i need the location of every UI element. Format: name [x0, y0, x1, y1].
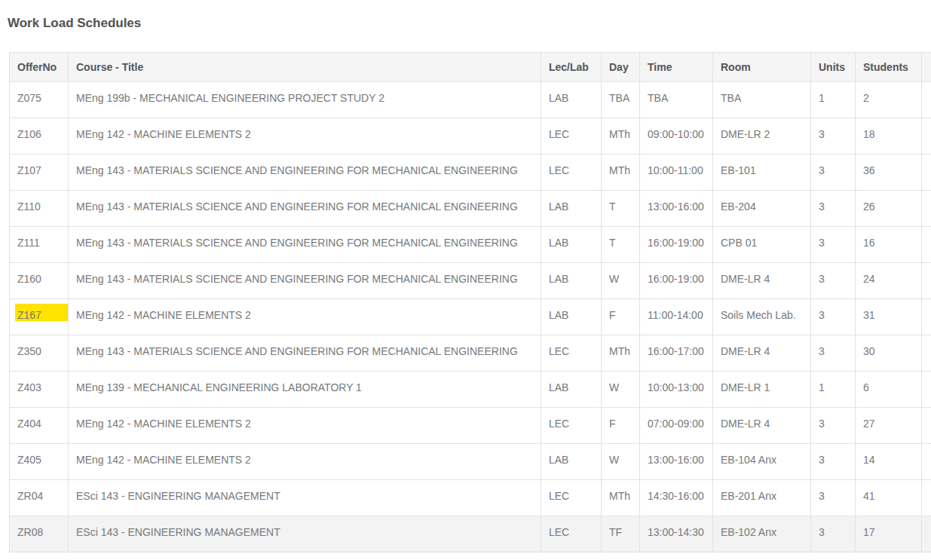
column-header-students: Students [856, 53, 922, 82]
cell-room: DME-LR 1 [713, 372, 811, 408]
cell-offerno: Z167 [10, 299, 69, 335]
cell-students: 17 [856, 516, 922, 552]
offerno-value: Z106 [17, 128, 41, 140]
cell-offerno: Z107 [10, 155, 69, 191]
table-header: OfferNo Course - Title Lec/Lab Day Time … [10, 53, 931, 82]
cell-room: DME-LR 4 [713, 408, 811, 444]
cell-leclab: LAB [541, 227, 602, 263]
cell-time: TBA [640, 82, 713, 118]
leclab-value: LAB [549, 381, 568, 393]
students-value: 41 [863, 490, 875, 502]
offerno-value: Z107 [17, 164, 41, 176]
time-value: 16:00-19:00 [648, 273, 704, 285]
cell-room: EB-201 Anx [713, 480, 811, 516]
cell-leclab: LAB [541, 372, 602, 408]
cell-leclab: LEC [541, 480, 602, 516]
cell-room: DME-LR 4 [713, 335, 811, 372]
table-row[interactable]: Z403 MEng 139 - MECHANICAL ENGINEERING L… [10, 372, 931, 408]
time-value: 13:00-16:00 [648, 454, 704, 466]
offerno-value: ZR04 [17, 490, 43, 502]
column-header-offerno: OfferNo [10, 53, 69, 82]
cell-units: 3 [811, 263, 856, 299]
cell-time: 13:00-16:00 [640, 444, 713, 480]
time-value: 13:00-14:30 [648, 526, 704, 538]
room-value: DME-LR 4 [721, 273, 770, 285]
table-row[interactable]: Z405 MEng 142 - MACHINE ELEMENTS 2 LAB W… [10, 444, 931, 480]
table-row[interactable]: Z160 MEng 143 - MATERIALS SCIENCE AND EN… [10, 263, 931, 299]
cell-offerno: Z405 [10, 444, 69, 480]
cell-units: 3 [811, 299, 856, 335]
students-value: 6 [863, 381, 869, 393]
room-value: DME-LR 1 [721, 381, 770, 393]
cell-truncated [922, 227, 931, 263]
leclab-value: LAB [549, 273, 568, 285]
cell-students: 26 [856, 191, 922, 227]
day-value: F [609, 418, 616, 430]
room-value: Soils Mech Lab. [721, 309, 796, 321]
course-title-value: MEng 143 - MATERIALS SCIENCE AND ENGINEE… [76, 200, 518, 213]
units-value: 3 [819, 164, 825, 176]
cell-day: W [602, 444, 640, 480]
cell-offerno: Z075 [10, 82, 69, 118]
cell-offerno: Z111 [10, 227, 69, 263]
table-row[interactable]: Z111 MEng 143 - MATERIALS SCIENCE AND EN… [10, 227, 931, 263]
cell-truncated [922, 516, 931, 552]
cell-time: 13:00-16:00 [640, 191, 713, 227]
table-row[interactable]: ZR08 ESci 143 - ENGINEERING MANAGEMENT L… [10, 516, 931, 552]
cell-truncated [922, 444, 931, 480]
room-value: EB-101 [721, 164, 756, 176]
time-value: 10:00-11:00 [648, 164, 703, 176]
table-row[interactable]: Z167 MEng 142 - MACHINE ELEMENTS 2 LAB F… [10, 299, 931, 335]
leclab-value: LAB [549, 92, 568, 104]
cell-units: 3 [811, 408, 856, 444]
table-row[interactable]: ZR04 ESci 143 - ENGINEERING MANAGEMENT L… [10, 480, 931, 516]
leclab-value: LEC [549, 418, 569, 430]
time-value: 09:00-10:00 [648, 128, 704, 140]
cell-offerno: Z403 [10, 372, 69, 408]
leclab-value: LEC [549, 164, 569, 176]
students-value: 31 [863, 309, 875, 321]
units-value: 3 [819, 526, 825, 538]
students-value: 27 [863, 418, 875, 430]
column-header-units: Units [811, 53, 856, 82]
cell-units: 3 [811, 191, 856, 227]
cell-leclab: LAB [541, 444, 602, 480]
cell-offerno: Z106 [10, 118, 69, 155]
cell-time: 16:00-19:00 [640, 263, 713, 299]
course-title-value: MEng 142 - MACHINE ELEMENTS 2 [76, 418, 251, 430]
students-value: 30 [863, 345, 875, 357]
cell-course-title: MEng 142 - MACHINE ELEMENTS 2 [69, 299, 541, 335]
room-value: TBA [721, 92, 741, 104]
cell-truncated [922, 82, 931, 118]
table-row[interactable]: Z107 MEng 143 - MATERIALS SCIENCE AND EN… [10, 155, 931, 191]
table-row[interactable]: Z106 MEng 142 - MACHINE ELEMENTS 2 LEC M… [10, 118, 931, 155]
students-value: 24 [863, 273, 875, 285]
table-row[interactable]: Z075 MEng 199b - MECHANICAL ENGINEERING … [10, 82, 931, 118]
table-row[interactable]: Z404 MEng 142 - MACHINE ELEMENTS 2 LEC F… [10, 408, 931, 444]
units-value: 3 [819, 490, 825, 502]
cell-truncated [922, 480, 931, 516]
leclab-value: LAB [549, 237, 568, 249]
cell-students: 18 [856, 118, 922, 155]
table-row[interactable]: Z350 MEng 143 - MATERIALS SCIENCE AND EN… [10, 335, 931, 372]
table-row[interactable]: Z110 MEng 143 - MATERIALS SCIENCE AND EN… [10, 191, 931, 227]
cell-day: TF [602, 516, 640, 552]
cell-room: DME-LR 2 [713, 118, 811, 155]
cell-room: DME-LR 4 [713, 263, 811, 299]
cell-students: 36 [856, 155, 922, 191]
room-value: DME-LR 2 [721, 128, 770, 140]
leclab-value: LAB [549, 454, 568, 466]
course-title-value: MEng 143 - MATERIALS SCIENCE AND ENGINEE… [76, 237, 518, 249]
cell-truncated [922, 299, 931, 335]
day-value: MTh [609, 490, 630, 502]
cell-units: 1 [811, 82, 856, 118]
cell-leclab: LAB [541, 299, 602, 335]
units-value: 1 [819, 92, 825, 104]
cell-students: 14 [856, 444, 922, 480]
column-header-room: Room [713, 53, 811, 82]
cell-room: Soils Mech Lab. [713, 299, 811, 335]
units-value: 1 [819, 381, 825, 393]
cell-room: EB-204 [713, 191, 811, 227]
table-body: Z075 MEng 199b - MECHANICAL ENGINEERING … [10, 82, 931, 552]
course-title-value: MEng 143 - MATERIALS SCIENCE AND ENGINEE… [76, 273, 518, 285]
